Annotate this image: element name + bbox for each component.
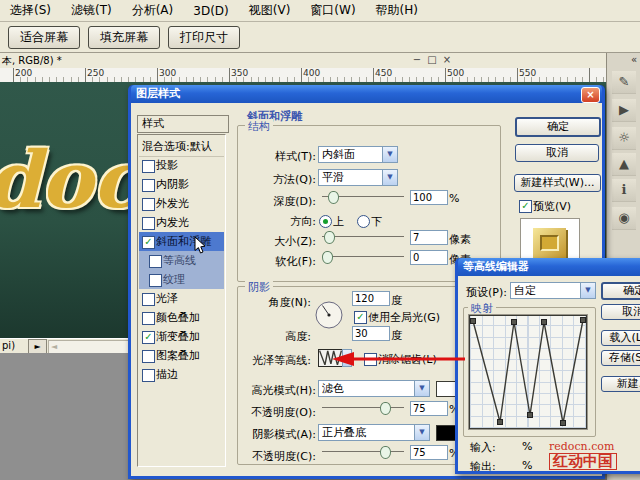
output-unit: % bbox=[522, 459, 532, 471]
menu-3d[interactable]: 3D(D) bbox=[193, 4, 228, 18]
navigator-panel-icon[interactable]: ▲ bbox=[612, 153, 636, 176]
highlight-opacity-thumb[interactable] bbox=[380, 402, 391, 415]
checkbox-checked[interactable]: ✓ bbox=[142, 331, 155, 344]
size-slider[interactable] bbox=[322, 231, 404, 242]
menu-window[interactable]: 窗口(W) bbox=[310, 2, 355, 19]
brush-panel-icon[interactable]: ✎ bbox=[612, 71, 636, 94]
preset-dropdown[interactable]: 自定▼ bbox=[510, 282, 596, 299]
fill-screen-button[interactable]: 填充屏幕 bbox=[88, 26, 160, 49]
contour-curve-svg[interactable] bbox=[470, 316, 586, 428]
contour-cancel-button[interactable]: 取消 bbox=[601, 304, 640, 320]
list-item-color-overlay[interactable]: 颜色叠加 bbox=[139, 308, 224, 327]
technique-dropdown[interactable]: 平滑▼ bbox=[318, 169, 398, 186]
horizontal-ruler: 200 250 300 350 400 450 500 550 bbox=[0, 68, 606, 83]
print-size-button[interactable]: 打印尺寸 bbox=[168, 26, 240, 49]
checkbox[interactable] bbox=[142, 312, 155, 325]
checkbox[interactable] bbox=[142, 369, 155, 382]
global-light-label: 使用全局光(G) bbox=[368, 310, 440, 325]
chevron-down-icon[interactable]: ▼ bbox=[382, 147, 397, 162]
checkbox[interactable] bbox=[142, 293, 155, 306]
preview-checkbox[interactable]: ✓ bbox=[519, 200, 532, 213]
checkbox[interactable] bbox=[149, 274, 162, 287]
menu-analysis[interactable]: 分析(A) bbox=[132, 2, 174, 19]
chevron-down-icon[interactable]: ▼ bbox=[382, 170, 397, 185]
minimize-icon[interactable]: − bbox=[410, 53, 424, 66]
chevron-down-icon[interactable]: ▼ bbox=[580, 283, 595, 298]
highlight-opacity-label: 不透明度(O): bbox=[201, 405, 316, 420]
menu-filter[interactable]: 滤镜(T) bbox=[71, 2, 112, 19]
soften-slider[interactable] bbox=[322, 251, 404, 262]
close-icon[interactable]: × bbox=[440, 53, 454, 66]
checkbox-checked[interactable]: ✓ bbox=[142, 236, 155, 249]
shadow-mode-dropdown[interactable]: 正片叠底▼ bbox=[318, 424, 430, 441]
layer-style-dialog-title-bar: 图层样式 × bbox=[131, 85, 602, 103]
angle-input[interactable]: 120 bbox=[352, 291, 390, 306]
highlight-mode-dropdown[interactable]: 滤色▼ bbox=[318, 380, 430, 397]
checkbox[interactable] bbox=[142, 160, 155, 173]
depth-slider[interactable] bbox=[322, 191, 404, 202]
load-button[interactable]: 载入(L)... bbox=[601, 330, 640, 346]
size-label: 大小(Z): bbox=[211, 234, 316, 249]
angle-dial[interactable] bbox=[314, 300, 344, 330]
ruler-label: 350 bbox=[231, 68, 248, 78]
shadow-opacity-slider[interactable] bbox=[322, 446, 404, 457]
save-button[interactable]: 存储(S)... bbox=[601, 350, 640, 366]
bevel-style-dropdown[interactable]: 内斜面▼ bbox=[318, 146, 398, 163]
highlight-opacity-slider[interactable] bbox=[322, 402, 404, 413]
layer-style-dialog-title: 图层样式 bbox=[136, 87, 180, 100]
checkbox[interactable] bbox=[142, 179, 155, 192]
direction-up-radio[interactable] bbox=[319, 215, 332, 228]
dock-collapse-icon[interactable]: « bbox=[631, 54, 637, 65]
soften-slider-thumb[interactable] bbox=[322, 251, 333, 264]
cancel-button[interactable]: 取消 bbox=[515, 144, 599, 162]
color-panel-icon[interactable]: ◉ bbox=[612, 207, 636, 230]
depth-label: 深度(D): bbox=[211, 194, 316, 209]
actions-panel-icon[interactable]: ▶ bbox=[612, 99, 636, 122]
dialog-close-icon[interactable]: × bbox=[581, 87, 600, 103]
checkbox[interactable] bbox=[149, 255, 162, 268]
checkbox[interactable] bbox=[142, 350, 155, 363]
global-light-checkbox[interactable]: ✓ bbox=[354, 311, 367, 324]
checkbox[interactable] bbox=[142, 217, 155, 230]
size-unit: 像素 bbox=[449, 232, 471, 247]
contour-curve-editor[interactable] bbox=[469, 315, 587, 429]
preset-value: 自定 bbox=[514, 284, 536, 297]
size-slider-thumb[interactable] bbox=[324, 231, 335, 244]
info-panel-icon[interactable]: i bbox=[612, 179, 636, 202]
direction-up-label: 上 bbox=[333, 214, 344, 229]
shadow-opacity-label: 不透明度(C): bbox=[201, 449, 316, 464]
shadow-opacity-input[interactable]: 75 bbox=[410, 445, 448, 460]
highlight-opacity-input[interactable]: 75 bbox=[410, 401, 448, 416]
menu-help[interactable]: 帮助(H) bbox=[376, 2, 418, 19]
new-contour-button[interactable]: 新建... bbox=[601, 376, 640, 392]
maximize-icon[interactable]: □ bbox=[425, 53, 439, 66]
status-menu-arrow-icon[interactable]: ► bbox=[28, 339, 47, 354]
styles-panel-icon[interactable]: ☼ bbox=[612, 127, 636, 150]
contour-ok-button[interactable]: 确定 bbox=[601, 282, 640, 300]
depth-input[interactable]: 100 bbox=[410, 190, 448, 205]
shadow-opacity-thumb[interactable] bbox=[380, 446, 391, 459]
chevron-down-icon[interactable]: ▼ bbox=[414, 425, 429, 440]
menu-bar: 选择(S) 滤镜(T) 分析(A) 3D(D) 视图(V) 窗口(W) 帮助(H… bbox=[0, 0, 640, 22]
menu-view[interactable]: 视图(V) bbox=[249, 2, 291, 19]
document-title: 本, RGB/8) * bbox=[0, 55, 62, 66]
list-item-label: 内阴影 bbox=[156, 175, 189, 194]
altitude-input[interactable]: 30 bbox=[352, 326, 390, 341]
angle-unit: 度 bbox=[391, 293, 402, 308]
fit-screen-button[interactable]: 适合屏幕 bbox=[8, 26, 80, 49]
scroll-left-icon[interactable]: ◄ bbox=[51, 342, 57, 351]
new-style-button[interactable]: 新建样式(W)... bbox=[514, 174, 601, 192]
styles-header: 样式 bbox=[137, 115, 229, 133]
chevron-down-icon[interactable]: ▼ bbox=[414, 381, 429, 396]
checkbox[interactable] bbox=[142, 198, 155, 211]
watermark-name: 红动中国 bbox=[549, 453, 617, 471]
altitude-label: 高度: bbox=[211, 329, 311, 344]
direction-down-radio[interactable] bbox=[357, 215, 370, 228]
size-input[interactable]: 7 bbox=[410, 230, 448, 245]
depth-slider-thumb[interactable] bbox=[328, 191, 339, 204]
ok-button[interactable]: 确定 bbox=[515, 117, 601, 137]
soften-input[interactable]: 0 bbox=[410, 250, 448, 265]
ruler-label: 200 bbox=[15, 68, 32, 78]
menu-select[interactable]: 选择(S) bbox=[10, 2, 51, 19]
list-item-texture[interactable]: 纹理 bbox=[139, 270, 224, 289]
